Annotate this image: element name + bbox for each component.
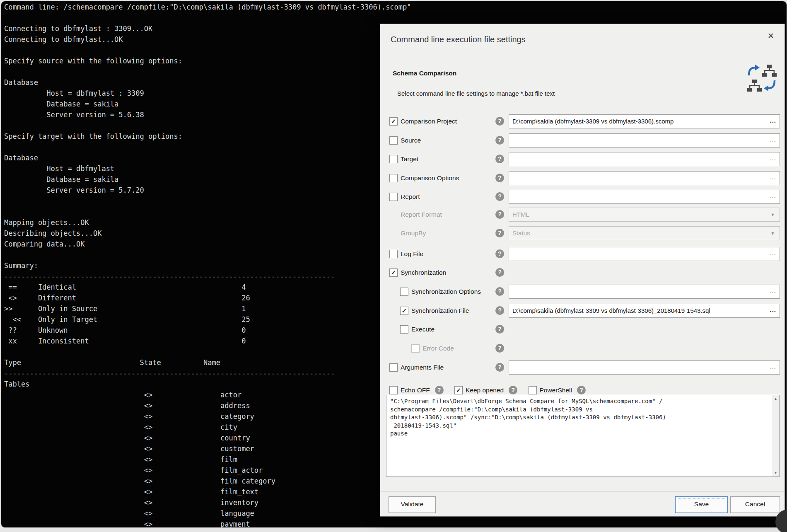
target-label: Target xyxy=(401,155,418,163)
source-label: Source xyxy=(401,137,421,144)
help-icon[interactable]: ? xyxy=(495,174,504,182)
keep-opened-checkbox[interactable]: ✓ xyxy=(454,386,463,394)
scrollbar[interactable]: ▲ ▼ xyxy=(772,395,779,476)
screenshot-root: Command line: /schemacompare /compfile:"… xyxy=(0,0,787,532)
report-format-value: HTML xyxy=(512,211,529,218)
bat-file-text-area[interactable]: "C:\Program Files\Devart\dbForge Schema … xyxy=(386,395,780,477)
arguments-file-checkbox[interactable] xyxy=(389,363,398,372)
browse-icon[interactable]: ... xyxy=(770,172,776,183)
synchronization-options-input[interactable]: ... xyxy=(509,285,780,299)
browse-icon[interactable]: ... xyxy=(770,361,776,372)
dialog-title: Command line execution file settings xyxy=(391,35,526,44)
comparison-options-label: Comparison Options xyxy=(401,174,459,182)
row-execute: Execute ? xyxy=(380,322,785,336)
help-icon[interactable]: ? xyxy=(495,363,504,372)
synchronization-label: Synchronization xyxy=(401,269,446,276)
synchronization-file-input[interactable]: D:\comp\sakila (dbfmylast-3309 vs dbfmyl… xyxy=(509,304,780,318)
log-file-checkbox[interactable] xyxy=(389,250,398,258)
error-code-label: Error Code xyxy=(422,345,454,352)
schema-comparison-heading: Schema Comparison xyxy=(393,70,456,77)
row-error-code: Error Code ? xyxy=(380,341,785,355)
source-checkbox[interactable] xyxy=(389,136,398,145)
validate-button[interactable]: Validate xyxy=(389,496,436,513)
keep-opened-label: Keep opened xyxy=(466,387,504,394)
footer-divider xyxy=(380,491,785,492)
groupby-label: GroupBy xyxy=(401,230,426,237)
log-file-label: Log File xyxy=(401,250,423,258)
synchronization-options-checkbox[interactable] xyxy=(400,288,408,296)
help-icon[interactable]: ? xyxy=(495,155,504,163)
browse-icon[interactable]: ... xyxy=(770,247,776,259)
report-format-select[interactable]: HTML ▼ xyxy=(509,208,780,222)
help-icon[interactable]: ? xyxy=(495,344,504,353)
browse-icon[interactable]: ... xyxy=(770,304,776,316)
help-icon[interactable]: ? xyxy=(495,249,504,258)
synchronization-checkbox[interactable]: ✓ xyxy=(389,268,398,277)
log-file-input[interactable]: ... xyxy=(509,247,780,261)
help-icon[interactable]: ? xyxy=(495,136,504,145)
row-synchronization-options: Synchronization Options ? ... xyxy=(380,285,785,299)
report-input[interactable]: ... xyxy=(509,190,780,204)
row-synchronization-file: ✓ Synchronization File ? D:\comp\sakila … xyxy=(380,304,785,318)
row-groupby: GroupBy ? Status ▼ xyxy=(380,226,785,240)
synchronization-file-value: D:\comp\sakila (dbfmylast-3309 vs dbfmyl… xyxy=(512,307,710,314)
source-input[interactable]: ... xyxy=(509,133,780,148)
powershell-label: PowerShell xyxy=(540,387,572,394)
bat-file-text: "C:\Program Files\Devart\dbForge Schema … xyxy=(386,395,779,438)
echo-off-checkbox[interactable] xyxy=(389,386,398,394)
comparison-project-checkbox[interactable]: ✓ xyxy=(389,117,398,126)
target-checkbox[interactable] xyxy=(389,155,398,163)
cancel-button[interactable]: Cancel xyxy=(730,496,780,513)
close-icon[interactable]: ✕ xyxy=(765,30,777,42)
help-icon[interactable]: ? xyxy=(495,192,504,201)
comparison-options-checkbox[interactable] xyxy=(389,174,398,182)
execute-checkbox[interactable] xyxy=(400,325,408,334)
report-checkbox[interactable] xyxy=(389,193,398,201)
report-label: Report xyxy=(401,193,420,201)
groupby-select[interactable]: Status ▼ xyxy=(509,226,780,240)
help-icon[interactable]: ? xyxy=(495,268,504,277)
synchronization-options-label: Synchronization Options xyxy=(411,288,481,295)
synchronization-file-label: Synchronization File xyxy=(411,307,469,314)
comparison-project-input[interactable]: D:\comp\sakila (dbfmylast-3309 vs dbfmyl… xyxy=(509,114,780,128)
row-synchronization: ✓ Synchronization ? xyxy=(380,266,785,280)
row-target: Target ? ... xyxy=(380,152,785,166)
scroll-up-icon[interactable]: ▲ xyxy=(772,395,779,402)
command-line-settings-dialog: Command line execution file settings ✕ S… xyxy=(380,24,785,517)
browse-icon[interactable]: ... xyxy=(770,190,776,202)
help-icon[interactable]: ? xyxy=(495,287,504,296)
row-report-format: Report Format ? HTML ▼ xyxy=(380,208,785,222)
help-icon[interactable]: ? xyxy=(495,325,504,334)
synchronization-file-checkbox[interactable]: ✓ xyxy=(400,307,408,315)
row-arguments-file: Arguments File ? ... xyxy=(380,360,785,375)
chevron-down-icon: ▼ xyxy=(770,227,775,240)
target-input[interactable]: ... xyxy=(509,152,780,166)
help-icon[interactable]: ? xyxy=(495,117,504,126)
browse-icon[interactable]: ... xyxy=(770,152,776,164)
help-icon[interactable]: ? xyxy=(495,306,504,315)
scroll-down-icon[interactable]: ▼ xyxy=(772,469,779,476)
schema-compare-sync-icon xyxy=(746,62,778,94)
powershell-checkbox[interactable] xyxy=(529,386,537,394)
echo-off-label: Echo OFF xyxy=(401,387,430,394)
help-icon[interactable]: ? xyxy=(495,210,504,219)
help-icon[interactable]: ? xyxy=(495,229,504,237)
browse-icon[interactable]: ... xyxy=(770,285,776,297)
comparison-project-value: D:\comp\sakila (dbfmylast-3309 vs dbfmyl… xyxy=(512,118,674,125)
arguments-file-label: Arguments File xyxy=(401,364,444,371)
save-button[interactable]: Save xyxy=(675,496,728,513)
browse-icon[interactable]: ... xyxy=(770,134,776,145)
execute-label: Execute xyxy=(411,326,435,333)
help-icon[interactable]: ? xyxy=(509,386,517,394)
comparison-project-label: Comparison Project xyxy=(401,118,457,125)
arguments-file-input[interactable]: ... xyxy=(509,360,780,375)
groupby-value: Status xyxy=(512,230,530,237)
browse-icon[interactable]: ... xyxy=(770,115,776,126)
row-report: Report ? ... xyxy=(380,190,785,204)
help-icon[interactable]: ? xyxy=(577,386,586,394)
chevron-down-icon: ▼ xyxy=(770,208,775,221)
help-icon[interactable]: ? xyxy=(435,386,444,394)
dialog-description: Select command line file settings to man… xyxy=(397,90,555,97)
comparison-options-input[interactable]: ... xyxy=(509,171,780,185)
row-source: Source ? ... xyxy=(380,133,785,148)
